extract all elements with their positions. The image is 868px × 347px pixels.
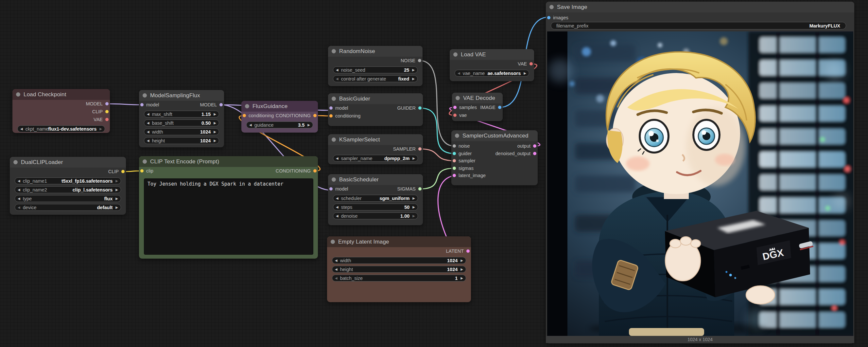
widget-scheduler[interactable]: ◀schedulersgm_uniform▶	[333, 195, 418, 202]
port-dot-sigmas[interactable]	[418, 187, 422, 191]
node-dual-clip-loader[interactable]: DualCLIPLoaderCLIP◀clip_name1t5xxl_fp16.…	[10, 157, 126, 215]
port-dot-model[interactable]	[140, 103, 144, 106]
prompt-textarea[interactable]: Toy Jensen holding a DGX Spark in a data…	[144, 178, 313, 255]
node-header[interactable]: Load VAE	[450, 49, 534, 60]
node-save-image[interactable]: Save Imageimagesfilename_prefixMarkuryFL…	[546, 2, 854, 343]
input-port[interactable]: latent_image	[453, 172, 486, 179]
port-dot-clip[interactable]	[105, 110, 108, 113]
widget-denoise[interactable]: ◀denoise1.00▶	[333, 212, 418, 219]
widget-left-arrow-icon[interactable]: ◀	[147, 121, 150, 125]
port-dot-model[interactable]	[105, 102, 108, 106]
widget-right-arrow-icon[interactable]: ▶	[116, 206, 118, 209]
port-dot-clip[interactable]	[121, 170, 125, 173]
node-model-sampling-flux[interactable]: ModelSamplingFluxmodelMODEL◀max_shift1.1…	[139, 90, 224, 147]
output-port[interactable]: CONDITIONING	[276, 167, 317, 175]
port-dot-sigmas[interactable]	[453, 167, 456, 170]
node-header[interactable]: ModelSamplingFlux	[139, 90, 224, 101]
widget-right-arrow-icon[interactable]: ▶	[412, 206, 415, 209]
widget-batch-size[interactable]: ◀batch_size1▶	[332, 274, 466, 282]
widget-left-arrow-icon[interactable]: ◀	[336, 197, 339, 200]
node-random-noise[interactable]: RandomNoiseNOISE◀noise_seed25▶◀control a…	[328, 46, 423, 86]
widget-left-arrow-icon[interactable]: ◀	[18, 197, 20, 200]
node-header[interactable]: BasicGuider	[328, 93, 423, 104]
node-header[interactable]: KSamplerSelect	[328, 134, 423, 145]
widget-filename-prefix[interactable]: filename_prefixMarkuryFLUX	[551, 22, 846, 29]
port-dot-guider[interactable]	[453, 152, 456, 155]
node-ksampler-select[interactable]: KSamplerSelectSAMPLER◀sampler_namedpmpp_…	[328, 134, 423, 164]
input-port[interactable]: clip	[140, 167, 153, 175]
widget-left-arrow-icon[interactable]: ◀	[336, 214, 339, 218]
node-header[interactable]: VAE Decode	[452, 93, 503, 104]
widget-left-arrow-icon[interactable]: ◀	[249, 123, 252, 127]
widget-right-arrow-icon[interactable]: ▶	[461, 268, 463, 271]
output-port[interactable]: NOISE	[401, 57, 421, 64]
widget-left-arrow-icon[interactable]: ◀	[336, 157, 339, 160]
port-dot-vae[interactable]	[453, 114, 457, 117]
port-dot-image[interactable]	[498, 106, 501, 109]
widget-left-arrow-icon[interactable]: ◀	[147, 113, 150, 116]
widget-right-arrow-icon[interactable]: ▶	[99, 127, 102, 131]
output-port[interactable]: MODEL	[86, 100, 108, 108]
input-port[interactable]: model	[140, 101, 159, 109]
widget-guidance[interactable]: ◀guidance3.5▶	[246, 121, 313, 128]
node-vae-decode[interactable]: VAE DecodesamplesIMAGEvae	[452, 93, 503, 121]
port-dot-conditioning[interactable]	[313, 114, 317, 117]
widget-left-arrow-icon[interactable]: ◀	[335, 277, 338, 280]
widget-vae-name[interactable]: ◀vae_nameae.safetensors▶	[455, 70, 529, 77]
input-port[interactable]: model	[329, 185, 348, 193]
input-port[interactable]: samples	[453, 104, 477, 111]
widget-right-arrow-icon[interactable]: ▶	[412, 214, 415, 218]
node-basic-scheduler[interactable]: BasicSchedulermodelSIGMAS◀schedulersgm_u…	[328, 174, 423, 225]
widget-right-arrow-icon[interactable]: ▶	[412, 157, 415, 160]
input-port[interactable]: sigmas	[453, 165, 473, 172]
node-basic-guider[interactable]: BasicGuidermodelGUIDERconditioning	[328, 93, 423, 126]
port-dot-sampler[interactable]	[418, 147, 422, 151]
widget-right-arrow-icon[interactable]: ▶	[214, 113, 216, 116]
widget-device[interactable]: ◀devicedefault▶	[15, 204, 121, 211]
widget-right-arrow-icon[interactable]: ▶	[412, 77, 415, 81]
widget-right-arrow-icon[interactable]: ▶	[116, 197, 118, 200]
node-header[interactable]: FluxGuidance	[241, 101, 318, 112]
node-header[interactable]: Save Image	[546, 2, 854, 12]
port-dot-sampler[interactable]	[453, 159, 456, 162]
port-dot-vae[interactable]	[105, 118, 108, 121]
widget-right-arrow-icon[interactable]: ▶	[116, 188, 118, 192]
widget-steps[interactable]: ◀steps50▶	[333, 204, 418, 210]
node-flux-guidance[interactable]: FluxGuidanceconditioningCONDITIONING◀gui…	[241, 101, 318, 133]
widget-left-arrow-icon[interactable]: ◀	[18, 188, 20, 192]
widget-left-arrow-icon[interactable]: ◀	[336, 206, 339, 209]
output-port[interactable]: CLIP	[108, 168, 125, 175]
widget-noise-seed[interactable]: ◀noise_seed25▶	[333, 66, 417, 73]
port-dot-denoised-output[interactable]	[533, 152, 536, 155]
port-dot-samples[interactable]	[453, 106, 457, 109]
widget-max-shift[interactable]: ◀max_shift1.15▶	[144, 111, 219, 118]
port-dot-conditioning[interactable]	[313, 169, 317, 173]
port-dot-conditioning[interactable]	[243, 114, 246, 117]
output-port[interactable]: SAMPLER	[393, 145, 422, 153]
widget-control-after-generate[interactable]: ◀control after generatefixed▶	[333, 75, 417, 82]
node-header[interactable]: SamplerCustomAdvanced	[451, 130, 538, 141]
widget-right-arrow-icon[interactable]: ▶	[412, 68, 415, 72]
input-port[interactable]: sampler	[453, 157, 475, 165]
widget-height[interactable]: ◀height1024▶	[332, 266, 466, 273]
widget-ckpt-name[interactable]: ◀ckpt_nameflux1-dev.safetensors▶	[17, 125, 105, 132]
node-clip-text-encode[interactable]: CLIP Text Encode (Prompt)clipCONDITIONIN…	[139, 156, 318, 259]
widget-left-arrow-icon[interactable]: ◀	[147, 139, 150, 142]
output-port[interactable]: VAE	[518, 60, 533, 68]
output-port[interactable]: MODEL	[200, 101, 223, 109]
input-port[interactable]: conditioning	[243, 112, 274, 119]
port-dot-images[interactable]	[547, 16, 551, 19]
port-dot-latent-image[interactable]	[453, 174, 456, 177]
output-port[interactable]: GUIDER	[397, 104, 422, 112]
node-load-vae[interactable]: Load VAEVAE◀vae_nameae.safetensors▶	[450, 49, 534, 81]
input-port[interactable]: guider	[453, 150, 472, 157]
node-header[interactable]: CLIP Text Encode (Prompt)	[139, 156, 318, 167]
port-dot-output[interactable]	[533, 144, 536, 148]
input-port[interactable]: images	[547, 14, 568, 22]
port-dot-noise[interactable]	[418, 59, 421, 62]
output-port[interactable]: IMAGE	[480, 104, 501, 111]
port-dot-guider[interactable]	[418, 106, 422, 110]
input-port[interactable]: conditioning	[329, 112, 361, 120]
node-header[interactable]: Empty Latent Image	[327, 236, 471, 247]
widget-right-arrow-icon[interactable]: ▶	[116, 179, 118, 183]
